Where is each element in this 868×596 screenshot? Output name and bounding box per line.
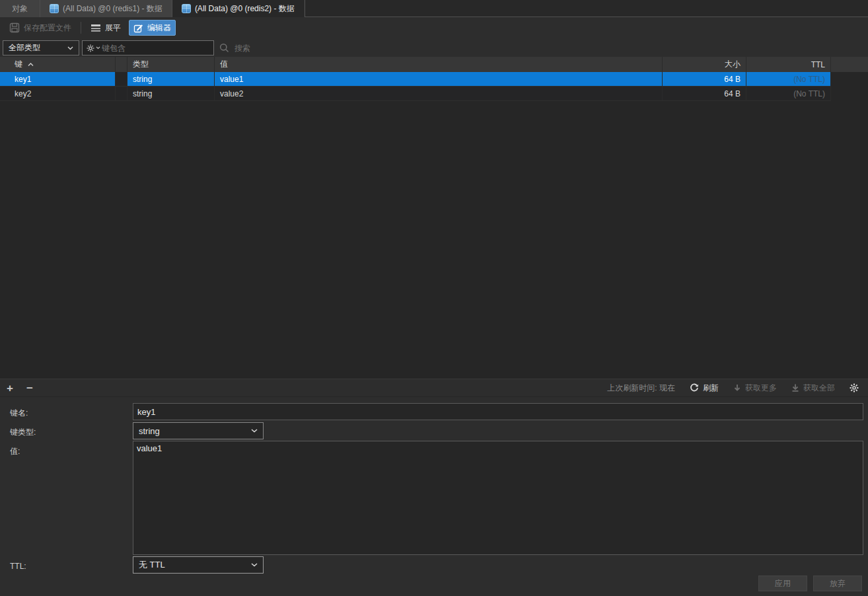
save-profile-label: 保存配置文件 [24,22,71,34]
cell-value[interactable]: value2 [215,87,663,101]
tab-label: (All Data) @0 (redis1) - 数据 [63,3,163,15]
sort-ascending-icon [28,63,34,67]
column-header-spacer [116,57,127,72]
database-grid-icon [50,4,59,13]
cell-type[interactable]: string [127,87,215,101]
editor-toggle-button[interactable]: 编辑器 [129,20,176,36]
cell-key[interactable]: key2 [0,87,116,101]
main-toolbar: 保存配置文件 展平 编辑器 [0,17,868,38]
search-input[interactable] [235,44,334,53]
column-header-size[interactable]: 大小 [663,57,746,72]
data-grid: 键 类型 值 大小 TTL key1 string value1 64 B (N… [0,57,868,379]
cell-size[interactable]: 64 B [663,72,746,87]
tab-bar: 对象 (All Data) @0 (redis1) - 数据 (All Data… [0,0,868,17]
flatten-lines-icon [90,23,101,32]
refresh-icon [690,383,699,392]
key-type-label: 键类型: [10,427,36,438]
value-label: 值: [10,446,20,457]
column-header-key[interactable]: 键 [0,57,116,72]
database-grid-icon [182,4,191,13]
arrow-down-icon [733,384,741,392]
refresh-button[interactable]: 刷新 [690,383,719,394]
table-row-key2[interactable]: key2 string value2 64 B (No TTL) [0,87,831,101]
apply-button[interactable]: 应用 [758,576,807,591]
flatten-button[interactable]: 展平 [87,20,125,36]
add-row-button[interactable]: + [0,383,20,394]
tab-label: 对象 [12,3,28,15]
gear-icon [850,383,859,392]
cell-key[interactable]: key1 [0,72,116,87]
chevron-down-icon [96,46,100,50]
save-floppy-icon [9,22,20,33]
fetch-more-button[interactable]: 获取更多 [733,383,777,394]
grid-header-row: 键 类型 值 大小 TTL [0,57,868,72]
filter-bar: 全部类型 [0,38,868,57]
arrow-down-to-bar-icon [791,384,799,392]
key-editor-panel: 键名: 键类型: string 值: value1 TTL: 无 TTL 应用 … [0,397,868,596]
chevron-down-icon [67,46,73,50]
cell-size[interactable]: 64 B [663,87,746,101]
cell-spacer [116,87,127,101]
key-name-input[interactable] [133,403,863,420]
fetch-all-button[interactable]: 获取全部 [791,383,835,394]
value-textarea[interactable]: value1 [133,441,863,555]
save-profile-button[interactable]: 保存配置文件 [5,20,75,36]
toolbar-separator [81,22,81,34]
last-refresh-text: 上次刷新时间: 现在 [607,383,675,394]
cell-ttl[interactable]: (No TTL) [746,72,831,87]
key-type-filter-select[interactable]: 全部类型 [3,40,79,56]
ttl-label: TTL: [10,562,26,571]
app-window: 对象 (All Data) @0 (redis1) - 数据 (All Data… [0,0,868,596]
grid-settings-button[interactable] [850,383,859,392]
editor-label: 编辑器 [147,22,171,34]
editor-pencil-icon [133,23,143,33]
chevron-down-icon [251,563,258,567]
column-header-ttl[interactable]: TTL [746,57,831,72]
search-icon [219,43,229,53]
tab-redis1-data[interactable]: (All Data) @0 (redis1) - 数据 [40,0,172,17]
key-contains-filter[interactable] [82,40,214,56]
ttl-select[interactable]: 无 TTL [133,556,264,574]
key-name-label: 键名: [10,408,28,419]
tab-redis2-data[interactable]: (All Data) @0 (redis2) - 数据 [172,0,305,17]
discard-button[interactable]: 放弃 [813,576,862,591]
table-row-key1[interactable]: key1 string value1 64 B (No TTL) [0,72,831,87]
search-box[interactable] [219,40,334,56]
gear-icon [87,44,94,52]
grid-toolbar: + − 上次刷新时间: 现在 刷新 获取更多 [0,379,868,397]
key-type-select[interactable]: string [133,422,264,439]
cell-value[interactable]: value1 [215,72,663,87]
tabbar-empty-area [305,0,868,17]
chevron-down-icon [251,429,258,433]
cell-type[interactable]: string [127,72,215,87]
cell-ttl[interactable]: (No TTL) [746,87,831,101]
key-contains-input[interactable] [102,44,209,53]
column-header-value[interactable]: 值 [215,57,663,72]
remove-row-button[interactable]: − [20,383,40,394]
cell-spacer [116,72,127,87]
tab-label: (All Data) @0 (redis2) - 数据 [195,3,295,15]
type-filter-value: 全部类型 [9,42,40,54]
flatten-label: 展平 [105,22,121,34]
column-header-type[interactable]: 类型 [127,57,215,72]
tab-objects[interactable]: 对象 [0,0,40,17]
